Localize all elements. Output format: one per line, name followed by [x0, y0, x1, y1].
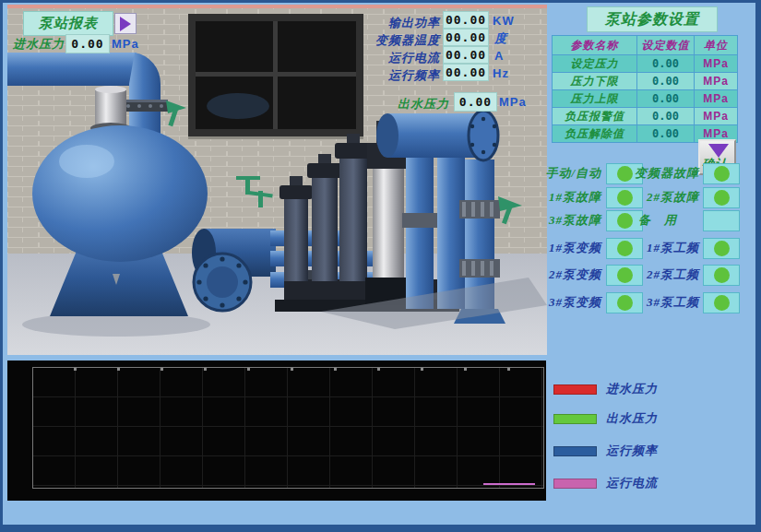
param-value[interactable]: 0.00 — [637, 90, 695, 107]
run-freq-value: 00.00 — [443, 64, 489, 81]
window — [188, 14, 363, 139]
legend-swatch-inlet — [553, 384, 597, 395]
param-value[interactable]: 0.00 — [637, 108, 695, 124]
lamp-pump2-mains — [703, 265, 740, 286]
pump-unit-2 — [307, 154, 342, 281]
param-value[interactable]: 0.00 — [637, 73, 695, 89]
header-set-value: 设定数值 — [637, 36, 695, 54]
trend-chart — [7, 361, 546, 501]
output-power-value: 00.00 — [443, 11, 489, 29]
param-unit: MPa — [695, 108, 737, 124]
lamp-pump3-mains — [703, 292, 740, 313]
status-label-pump2-vfd: 2#泵变频 — [535, 265, 601, 284]
param-unit: MPa — [695, 90, 737, 107]
outlet-pressure-label: 出水压力 — [372, 96, 449, 112]
run-current-value: 00.00 — [443, 46, 489, 64]
lamp-spare — [703, 210, 740, 231]
param-name: 负压解除值 — [553, 125, 637, 142]
report-open-button[interactable] — [114, 13, 137, 34]
lamp-bulb — [714, 295, 730, 311]
pump-unit-1 — [279, 176, 313, 281]
play-triangle-icon — [120, 17, 131, 31]
output-power-label: 输出功率 — [363, 15, 440, 31]
lamp-pump2-fault — [703, 187, 740, 208]
trend-plot-area — [32, 367, 544, 489]
pump-station-hmi: 泵站报表 进水压力 0.00 MPa 输出功率 00.00 KW 变频器温度 0… — [0, 0, 761, 532]
frame-left — [0, 0, 3, 532]
vfd-temp-value: 00.00 — [443, 29, 489, 46]
ceiling-trim — [7, 5, 547, 8]
settings-panel-title: 泵站参数设置 — [587, 6, 718, 32]
param-unit: MPa — [695, 73, 737, 89]
param-value[interactable]: 0.00 — [637, 55, 695, 72]
lamp-pump1-mains — [703, 238, 740, 259]
run-freq-unit: Hz — [493, 67, 509, 79]
inlet-pressure-value: 0.00 — [65, 34, 110, 53]
current-trace — [483, 483, 535, 485]
table-row: 负压报警值 0.00 MPa — [553, 108, 737, 125]
legend-label-inlet: 进水压力 — [606, 381, 658, 397]
lamp-bulb — [714, 190, 730, 206]
status-label-manual-auto: 手动/自动 — [535, 163, 601, 183]
param-unit: MPa — [695, 55, 737, 72]
status-label-pump3-fault: 3#泵故障 — [535, 210, 601, 230]
pump-room-scene: 泵站报表 进水压力 0.00 MPa 输出功率 00.00 KW 变频器温度 0… — [7, 5, 547, 355]
parameter-table: 参数名称 设定数值 单位 设定压力 0.00 MPa 压力下限 0.00 MPa… — [552, 35, 738, 143]
status-label-pump2-fault: 2#泵故障 — [625, 187, 699, 207]
inlet-pressure-unit: MPa — [112, 38, 139, 50]
settings-title-text: 泵站参数设置 — [605, 10, 699, 30]
param-value[interactable]: 0.00 — [637, 125, 695, 142]
inlet-pressure-label: 进水压力 — [13, 38, 65, 50]
status-label-vfd-fault: 变频器故障 — [625, 163, 699, 183]
header-unit: 单位 — [695, 36, 737, 54]
legend-label-outlet: 出水压力 — [606, 410, 658, 427]
frame-top — [0, 0, 761, 3]
legend-swatch-current — [553, 479, 597, 489]
outlet-pressure-value: 0.00 — [454, 92, 497, 112]
status-label-pump2-mains: 2#泵工频 — [625, 265, 699, 284]
legend-label-frequency: 运行频率 — [606, 443, 658, 459]
param-name: 压力上限 — [553, 90, 637, 107]
lamp-bulb — [714, 241, 730, 256]
param-name: 负压报警值 — [553, 108, 637, 124]
param-name: 设定压力 — [553, 55, 637, 72]
vfd-temp-label: 变频器温度 — [363, 32, 440, 49]
status-label-pump1-fault: 1#泵故障 — [535, 187, 601, 207]
report-button[interactable]: 泵站报表 — [23, 11, 113, 36]
status-label-spare: 备 用 — [625, 210, 690, 230]
status-label-pump1-vfd: 1#泵变频 — [535, 238, 601, 257]
lamp-bulb — [714, 166, 730, 182]
run-current-unit: A — [494, 50, 504, 62]
status-label-pump3-vfd: 3#泵变频 — [535, 292, 601, 312]
table-row: 压力下限 0.00 MPa — [553, 73, 737, 90]
lamp-bulb — [714, 267, 730, 283]
param-name: 压力下限 — [553, 73, 637, 89]
frame-right — [755, 0, 761, 532]
frame-bottom — [0, 525, 761, 532]
legend-swatch-frequency — [553, 446, 597, 456]
header-param-name: 参数名称 — [553, 36, 637, 54]
status-label-pump3-mains: 3#泵工频 — [625, 292, 699, 312]
vfd-temp-unit: 度 — [494, 32, 507, 44]
legend-label-current: 运行电流 — [606, 475, 658, 491]
pump-unit-3 — [335, 134, 372, 281]
legend-swatch-outlet — [553, 414, 597, 424]
report-button-label: 泵站报表 — [39, 15, 98, 32]
run-current-label: 运行电流 — [363, 50, 440, 66]
lamp-bulb — [714, 213, 730, 229]
axis-ticks — [33, 368, 543, 371]
table-row: 压力上限 0.00 MPa — [553, 90, 737, 108]
outlet-pressure-unit: MPa — [499, 96, 527, 108]
output-power-unit: KW — [493, 15, 515, 27]
parameter-table-header: 参数名称 设定数值 单位 — [553, 36, 737, 55]
status-label-pump1-mains: 1#泵工频 — [625, 238, 699, 257]
run-freq-label: 运行频率 — [363, 67, 440, 84]
table-row: 设定压力 0.00 MPa — [553, 55, 737, 73]
lamp-vfd-fault — [703, 163, 740, 184]
